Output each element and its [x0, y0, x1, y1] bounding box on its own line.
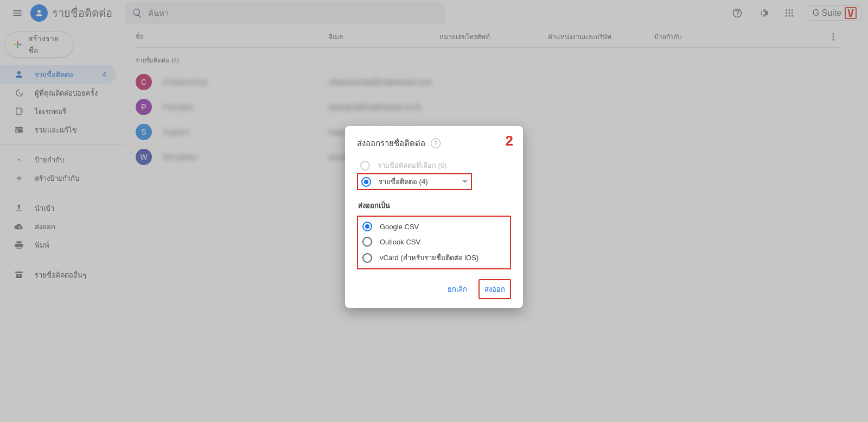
- radio-icon: [360, 161, 370, 171]
- radio-icon: [362, 253, 372, 263]
- radio-icon: [361, 177, 371, 187]
- radio-icon: [362, 222, 372, 231]
- export-button[interactable]: ส่งออก: [478, 279, 511, 299]
- radio-label: Google CSV: [380, 223, 419, 231]
- radio-label: vCard (สำหรับรายชื่อติดต่อ iOS): [380, 252, 478, 263]
- cancel-button[interactable]: ยกเลิก: [443, 280, 472, 298]
- modal-overlay[interactable]: ส่งออกรายชื่อติดต่อ ? 2 รายชื่อติดต่อที่…: [0, 0, 868, 422]
- radio-icon: [362, 237, 372, 247]
- modal-title: ส่งออกรายชื่อติดต่อ: [357, 137, 425, 150]
- modal-help-button[interactable]: ?: [431, 138, 441, 148]
- contacts-source-select[interactable]: รายชื่อติดต่อ (4): [357, 173, 472, 190]
- radio-label: Outlook CSV: [380, 238, 420, 246]
- chevron-down-icon: [462, 180, 468, 183]
- export-format-group: Google CSV Outlook CSV vCard (สำหรับรายช…: [357, 216, 511, 269]
- step-badge: 2: [506, 133, 513, 149]
- radio-vcard[interactable]: vCard (สำหรับรายชื่อติดต่อ iOS): [359, 249, 509, 266]
- radio-google-csv[interactable]: Google CSV: [359, 219, 509, 234]
- export-modal: ส่งออกรายชื่อติดต่อ ? 2 รายชื่อติดต่อที่…: [345, 126, 523, 308]
- radio-label: รายชื่อติดต่อ (4): [379, 176, 428, 187]
- export-as-label: ส่งออกเป็น: [358, 200, 511, 211]
- radio-selected-contacts: รายชื่อติดต่อที่เลือก (0): [357, 158, 511, 173]
- radio-outlook-csv[interactable]: Outlook CSV: [359, 234, 509, 249]
- radio-label: รายชื่อติดต่อที่เลือก (0): [378, 160, 447, 171]
